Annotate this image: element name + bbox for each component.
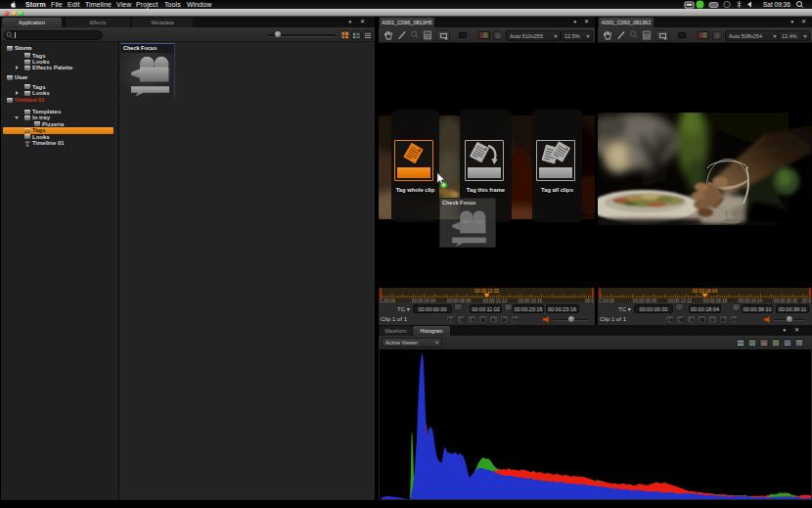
svg-text:00:00:18:04: 00:00:18:04: [693, 289, 718, 294]
svg-text:00:00:11:02: 00:00:11:02: [474, 289, 499, 294]
svg-text:Sat 09:36: Sat 09:36: [763, 1, 790, 8]
